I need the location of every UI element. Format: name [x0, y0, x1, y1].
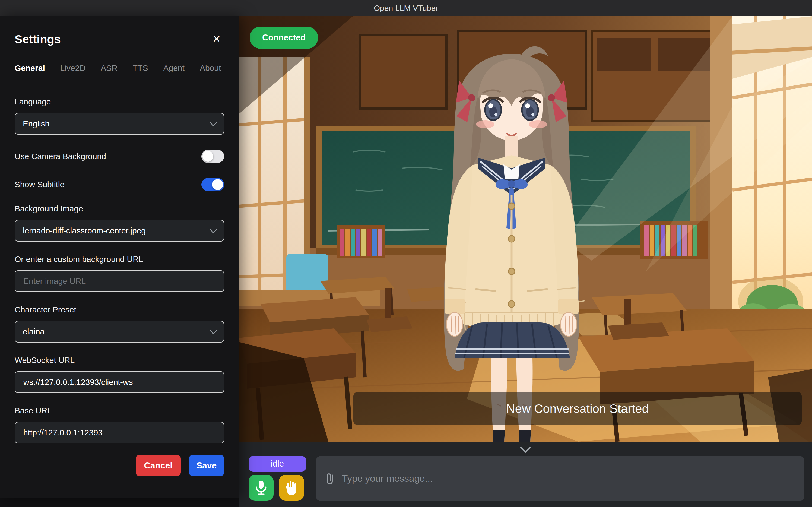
hand-icon	[285, 481, 298, 495]
websocket-url-input-wrap	[15, 371, 224, 393]
ai-state-label: idle	[271, 459, 284, 469]
camera-background-label: Use Camera Background	[15, 152, 106, 161]
save-button[interactable]: Save	[189, 455, 224, 476]
settings-title: Settings	[15, 33, 61, 46]
below-drawer-strip	[0, 498, 239, 507]
settings-tabs: General Live2D ASR TTS Agent About	[15, 63, 224, 74]
classroom-background-illustration	[239, 16, 812, 442]
character-preset-value: elaina	[23, 327, 45, 336]
background-image-value: lernado-diff-classroom-center.jpeg	[23, 226, 146, 235]
websocket-url-field: WebSocket URL	[15, 355, 224, 393]
chevron-down-icon	[210, 327, 217, 334]
collapse-footer-button[interactable]	[515, 443, 536, 455]
language-field: Language English	[15, 97, 224, 134]
character-preset-field: Character Preset elaina	[15, 305, 224, 342]
message-input-container[interactable]	[316, 456, 804, 501]
base-url-label: Base URL	[15, 406, 224, 415]
tab-live2d[interactable]: Live2D	[60, 63, 85, 74]
background-image-field: Background Image lernado-diff-classroom-…	[15, 204, 224, 241]
background-image-select[interactable]: lernado-diff-classroom-center.jpeg	[15, 220, 224, 241]
tab-about[interactable]: About	[200, 63, 221, 74]
app-titlebar: Open LLM VTuber	[0, 0, 812, 16]
chevron-down-icon	[210, 119, 217, 126]
language-label: Language	[15, 97, 224, 106]
tab-tts[interactable]: TTS	[133, 63, 148, 74]
toggle-knob	[202, 151, 213, 162]
subtitle-text: New Conversation Started	[506, 402, 649, 416]
chevron-down-icon	[210, 226, 217, 233]
subtitle-bar: New Conversation Started	[353, 392, 802, 425]
tabs-divider	[15, 83, 224, 84]
tab-agent[interactable]: Agent	[163, 63, 184, 74]
stage-canvas[interactable]	[239, 16, 812, 442]
show-subtitle-toggle[interactable]	[201, 178, 224, 191]
cancel-button[interactable]: Cancel	[136, 455, 181, 476]
ai-state-badge[interactable]: idle	[248, 456, 306, 472]
custom-url-input-wrap	[15, 270, 224, 292]
interrupt-hand-button[interactable]	[279, 475, 304, 501]
close-icon: ✕	[213, 34, 221, 45]
tab-general[interactable]: General	[15, 63, 45, 74]
language-select[interactable]: English	[15, 113, 224, 134]
custom-url-input[interactable]	[23, 276, 216, 286]
control-footer: idle	[239, 442, 812, 507]
message-input[interactable]	[341, 473, 795, 484]
settings-drawer: Settings ✕ General Live2D ASR TTS Agent …	[0, 16, 239, 498]
microphone-icon	[255, 480, 267, 495]
camera-background-row: Use Camera Background	[15, 150, 224, 163]
base-url-input-wrap	[15, 422, 224, 444]
status-label: Connected	[262, 33, 305, 43]
camera-toggle[interactable]	[201, 150, 224, 163]
show-subtitle-row: Show Subtitle	[15, 178, 224, 191]
websocket-url-label: WebSocket URL	[15, 355, 224, 365]
language-value: English	[23, 119, 49, 128]
websocket-url-input[interactable]	[23, 377, 216, 387]
toggle-knob	[212, 179, 223, 190]
show-subtitle-label: Show Subtitle	[15, 180, 64, 189]
close-settings-button[interactable]: ✕	[209, 32, 224, 47]
custom-url-label: Or enter a custom background URL	[15, 255, 224, 264]
paperclip-icon[interactable]	[325, 472, 334, 485]
status-badge: Connected	[250, 26, 318, 49]
app-title: Open LLM VTuber	[374, 4, 438, 13]
character-preset-label: Character Preset	[15, 305, 224, 314]
base-url-input[interactable]	[23, 428, 216, 438]
background-image-label: Background Image	[15, 204, 224, 213]
drawer-header: Settings ✕	[15, 16, 224, 47]
character-preset-select[interactable]: elaina	[15, 321, 224, 342]
base-url-field: Base URL	[15, 406, 224, 444]
custom-url-field: Or enter a custom background URL	[15, 255, 224, 292]
chevron-down-icon	[520, 442, 531, 453]
tab-asr[interactable]: ASR	[101, 63, 118, 74]
vtuber-stage: Connected New Conversation Started idle	[239, 16, 812, 507]
settings-actions: Cancel Save	[15, 455, 224, 476]
microphone-button[interactable]	[248, 475, 274, 501]
